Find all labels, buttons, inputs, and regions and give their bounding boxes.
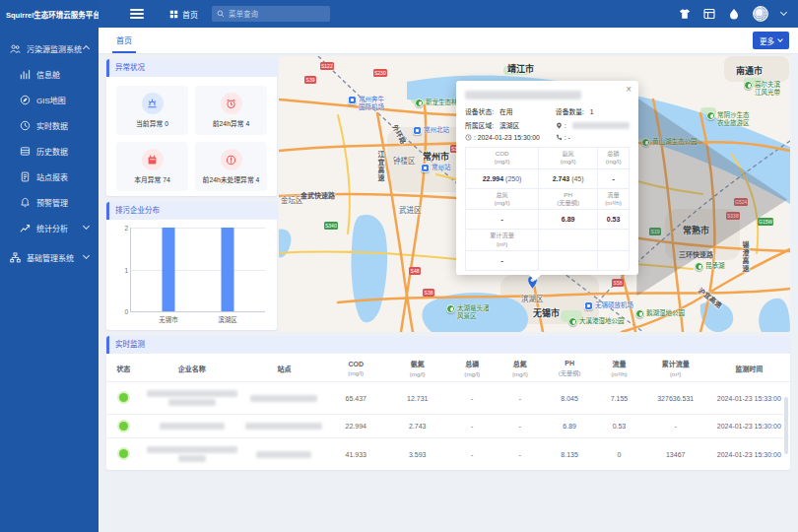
map-poi[interactable]: 常州站 bbox=[421, 164, 451, 172]
panel-enterprise-chart: 排污企业分布 012无锡市滨湖区 bbox=[106, 202, 277, 330]
search-box[interactable] bbox=[212, 6, 330, 22]
metric-header: 氨氮(mg/l) bbox=[539, 148, 598, 169]
map-label-南通市: 南通市 bbox=[736, 64, 763, 77]
y-axis-tick: 2 bbox=[124, 225, 128, 232]
map-poi[interactable]: 昆承湖 bbox=[695, 262, 725, 271]
status-card-label: 当前异常 0 bbox=[136, 118, 168, 128]
map-poi[interactable]: 高尔夫滨江风光带 bbox=[744, 81, 780, 97]
road-badge-S122: S122 bbox=[320, 62, 334, 70]
poi-label: 无锡硕放机场 bbox=[595, 301, 633, 309]
scrollbar-thumb[interactable] bbox=[784, 397, 788, 454]
table-row[interactable]: 41.9333.593--8.1350134672024-01-23 15:30… bbox=[106, 438, 790, 471]
metric-value: 6.89 bbox=[539, 210, 598, 230]
sidebar-item-信息舱[interactable]: 信息舱 bbox=[0, 61, 99, 87]
gis-map-icon bbox=[20, 95, 31, 105]
map-poi[interactable]: 大溪港湿地公园 bbox=[568, 317, 625, 326]
flame-icon[interactable] bbox=[728, 8, 740, 20]
value-cell: - bbox=[497, 382, 545, 415]
theme-shirt-icon[interactable] bbox=[679, 8, 691, 20]
status-card[interactable]: 前24h未处理异常 4 bbox=[195, 142, 267, 191]
popup-info: 设备状态: 在用 设备数量: 1 所属区域: 滨湖区 : : 2024-01-2… bbox=[465, 106, 630, 141]
table-row[interactable]: 65.43712.731--8.0457.155327636.5312024-0… bbox=[106, 382, 790, 415]
poi-label: 黄山湖生态公园 bbox=[652, 138, 698, 146]
device-count: 1 bbox=[590, 108, 594, 115]
map-poi[interactable]: 鹅湖湿地公园 bbox=[635, 309, 685, 318]
sidebar-item-污染源监测系统[interactable]: 污染源监测系统 bbox=[0, 35, 99, 61]
map-label-靖江市: 靖江市 bbox=[507, 62, 534, 75]
value-cell: 7.155 bbox=[595, 382, 643, 415]
sidebar: Squirrel生态环境云服务平台 污染源监测系统信息舱GIS地图实时数据历史数… bbox=[0, 0, 99, 532]
avatar[interactable] bbox=[753, 6, 768, 22]
status-card-label: 本月异常 74 bbox=[134, 174, 170, 184]
map-label-锡澄高速: 锡澄高速 bbox=[740, 241, 750, 273]
metric-value: 22.994 (250) bbox=[466, 168, 539, 188]
value-cell: - bbox=[497, 438, 545, 471]
sidebar-item-实时数据[interactable]: 实时数据 bbox=[0, 112, 99, 138]
device-time: : 2024-01-23 15:30:00 bbox=[474, 134, 540, 141]
transport-poi-icon bbox=[348, 96, 357, 104]
metric-header: 流量(m³/h) bbox=[598, 188, 630, 210]
road-badge-G15W: G15W bbox=[758, 218, 773, 226]
map-poi[interactable]: 常阴沙生态农业旅游区 bbox=[706, 111, 750, 127]
value-cell: 12.731 bbox=[387, 382, 448, 415]
poi-label: 新龙生态林 bbox=[426, 99, 458, 106]
search-input[interactable] bbox=[229, 10, 325, 19]
metric-value: 2.743 (45) bbox=[539, 168, 598, 188]
hamburger-menu-icon[interactable] bbox=[130, 9, 144, 19]
chevron-down-icon[interactable] bbox=[780, 9, 787, 16]
status-card[interactable]: 前24h异常 4 bbox=[195, 86, 267, 135]
station-cell bbox=[243, 382, 325, 415]
chart-bar[interactable] bbox=[163, 228, 175, 311]
value-cell: 41.933 bbox=[325, 438, 386, 471]
sidebar-item-GIS地图[interactable]: GIS地图 bbox=[0, 87, 99, 112]
park-poi-icon bbox=[635, 309, 644, 318]
column-header-PH: PH(无量纲) bbox=[544, 354, 595, 382]
y-axis-tick: 1 bbox=[124, 266, 128, 273]
metric-header: 累计流量(m³) bbox=[466, 230, 539, 251]
map-label-三环快速路: 三环快速路 bbox=[679, 249, 713, 259]
device-phone: : - bbox=[565, 134, 570, 141]
metric-value: 0.53 bbox=[598, 210, 630, 230]
more-button[interactable]: 更多 bbox=[753, 32, 789, 49]
sidebar-item-历史数据[interactable]: 历史数据 bbox=[0, 138, 99, 164]
chart-bar[interactable] bbox=[221, 228, 233, 311]
sidebar-item-站点报表[interactable]: 站点报表 bbox=[0, 164, 99, 189]
value-cell: 3.593 bbox=[387, 438, 448, 471]
sidebar-item-预警管理[interactable]: 预警管理 bbox=[0, 189, 99, 215]
clock-alert-bubble bbox=[221, 93, 242, 114]
layout-icon[interactable] bbox=[703, 8, 715, 20]
map-poi[interactable]: 黄山湖生态公园 bbox=[641, 138, 698, 147]
map[interactable]: 靖江市南通市常州市无锡市常熟市金坛区武进区钟楼区滨湖区金武快速路三环快速路外环路… bbox=[279, 56, 790, 332]
popup-title-redacted bbox=[465, 91, 581, 100]
road-badge-S338: S338 bbox=[726, 212, 740, 220]
table-row[interactable]: 22.9942.743--6.890.53-2024-01-23 15:30:0… bbox=[106, 415, 790, 438]
map-poi[interactable]: 常州奔牛国际机场 bbox=[348, 96, 384, 111]
column-header-站点: 站点 bbox=[243, 354, 325, 382]
close-icon[interactable]: × bbox=[626, 85, 632, 95]
status-cards: 当前异常 0前24h异常 4本月异常 74前24h未处理异常 4 bbox=[106, 77, 277, 196]
sidebar-item-统计分析[interactable]: 统计分析 bbox=[0, 215, 99, 240]
road-badge-S340: S340 bbox=[324, 222, 338, 230]
poi-label: 昆承湖 bbox=[705, 262, 725, 270]
status-card[interactable]: 当前异常 0 bbox=[116, 86, 188, 135]
status-card[interactable]: 本月异常 74 bbox=[116, 142, 188, 191]
metric-value: - bbox=[598, 168, 630, 188]
poi-label: 高尔夫滨江风光带 bbox=[755, 81, 780, 97]
map-poi[interactable]: 常州北站 bbox=[413, 126, 449, 135]
tab-home[interactable]: 首页 bbox=[112, 28, 136, 53]
poi-label: 鹅湖湿地公园 bbox=[646, 309, 685, 317]
map-poi[interactable]: 太湖鼋头渚风景区 bbox=[446, 304, 490, 320]
search-icon bbox=[217, 10, 225, 18]
calendar-bubble bbox=[142, 149, 164, 170]
base-system-icon bbox=[10, 252, 21, 263]
breadcrumb[interactable]: 首页 bbox=[169, 9, 198, 20]
app-root: Squirrel生态环境云服务平台 污染源监测系统信息舱GIS地图实时数据历史数… bbox=[0, 0, 798, 532]
column-header-监测时间: 监测时间 bbox=[708, 354, 790, 382]
map-poi[interactable]: 无锡硕放机场 bbox=[584, 301, 633, 310]
chart-gridline bbox=[131, 228, 265, 229]
transport-poi-icon bbox=[413, 126, 422, 135]
sidebar-item-基础管理系统[interactable]: 基础管理系统 bbox=[0, 244, 99, 270]
metric-header: PH(无量纲) bbox=[539, 188, 598, 210]
map-poi[interactable]: 新龙生态林 bbox=[415, 99, 458, 107]
value-cell: 6.89 bbox=[544, 415, 595, 438]
